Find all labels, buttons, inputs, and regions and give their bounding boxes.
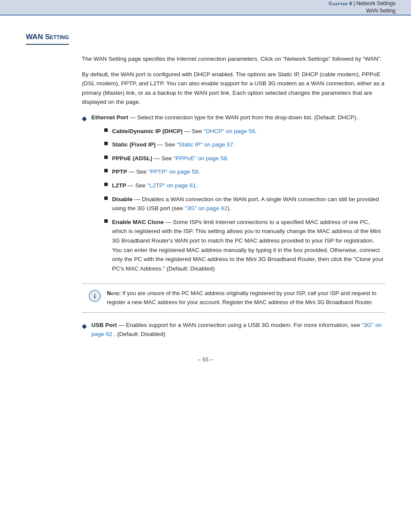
diamond-icon: ◆ — [82, 113, 87, 124]
link-static[interactable]: "Static IP" on page 57 — [177, 141, 233, 148]
sub-mac-clone-label: Enable MAC Clone — [112, 219, 164, 225]
square-icon-mac-clone — [104, 219, 108, 223]
bullet-ethernet-label: Ethernet Port — [91, 114, 128, 121]
sub-item-pppoe: PPPoE (ADSL) — See "PPPoE" on page 58. — [104, 154, 385, 163]
square-icon-pptp — [104, 169, 108, 172]
note-body: If you are unsure of the PC MAC address … — [107, 290, 377, 305]
square-icon-static — [104, 142, 108, 145]
square-icon-pppoe — [104, 156, 108, 159]
note-text: Note: If you are unsure of the PC MAC ad… — [107, 289, 378, 307]
link-disable-3g[interactable]: "3G" on page 62 — [185, 205, 227, 212]
sub-item-l2tp: L2TP — See "L2TP" on page 61. — [104, 181, 385, 190]
note-icon: i — [89, 290, 101, 302]
sub-mac-clone-text: Enable MAC Clone — Some ISPs limit Inter… — [112, 218, 385, 274]
sub-dhcp-label: Cable/Dynamic IP (DHCP) — [112, 128, 183, 134]
header-nav-line1: Network Settings — [356, 0, 395, 6]
chapter-label: Chapter 6 — [329, 1, 352, 6]
page-number: – 55 – — [26, 356, 385, 363]
note-label: Note: — [107, 290, 121, 296]
sub-item-static: Static (Fixed IP) — See "Static IP" on p… — [104, 140, 385, 149]
sub-static-label: Static (Fixed IP) — [112, 141, 156, 148]
sub-item-dhcp: Cable/Dynamic IP (DHCP) — See "DHCP" on … — [104, 127, 385, 136]
sub-bullet-list: Cable/Dynamic IP (DHCP) — See "DHCP" on … — [104, 127, 385, 274]
header-bar: Chapter 6 | Network Settings WAN Setting — [0, 0, 411, 16]
sub-disable-text: Disable — Disables a WAN connection on t… — [112, 195, 385, 213]
link-l2tp[interactable]: "L2TP" on page 61 — [147, 182, 196, 189]
main-bullet-list: ◆ Ethernet Port — Select the connection … — [82, 113, 385, 277]
sub-static-text: Static (Fixed IP) — See "Static IP" on p… — [112, 140, 385, 149]
sub-item-mac-clone: Enable MAC Clone — Some ISPs limit Inter… — [104, 218, 385, 274]
sub-dhcp-text: Cable/Dynamic IP (DHCP) — See "DHCP" on … — [112, 127, 385, 136]
sub-l2tp-label: L2TP — [112, 182, 126, 189]
bullet-item-ethernet: ◆ Ethernet Port — Select the connection … — [82, 113, 385, 277]
bullet-item-usb: ◆ USB Port — Enables support for a WAN c… — [82, 320, 385, 339]
bullet-ethernet-text: Ethernet Port — Select the connection ty… — [91, 113, 385, 277]
sub-item-disable: Disable — Disables a WAN connection on t… — [104, 195, 385, 213]
sub-disable-label: Disable — [112, 196, 133, 202]
body-para2: By default, the WAN port is configured w… — [82, 70, 385, 107]
sub-l2tp-text: L2TP — See "L2TP" on page 61. — [112, 181, 385, 190]
link-pptp[interactable]: "PPTP" on page 59 — [148, 168, 198, 175]
bullet-ethernet-desc: — Select the connection type for the WAN… — [130, 114, 358, 121]
link-pppoe[interactable]: "PPPoE" on page 58 — [174, 155, 227, 162]
header-nav-line2: WAN Setting — [329, 7, 395, 15]
square-icon-l2tp — [104, 183, 108, 186]
header-chapter: Chapter 6 | Network Settings WAN Setting — [329, 0, 395, 15]
diamond-icon-usb: ◆ — [82, 321, 87, 331]
note-box: i Note: If you are unsure of the PC MAC … — [82, 283, 385, 313]
body-para1: The WAN Setting page specifies the Inter… — [82, 54, 385, 64]
sub-pppoe-label: PPPoE (ADSL) — [112, 155, 153, 162]
bullet-usb-label: USB Port — [91, 322, 117, 328]
square-icon-dhcp — [104, 128, 108, 132]
bullet-usb-text: USB Port — Enables support for a WAN con… — [91, 320, 385, 339]
section-title: WAN Setting — [26, 33, 69, 45]
sub-pppoe-text: PPPoE (ADSL) — See "PPPoE" on page 58. — [112, 154, 385, 163]
body-text: The WAN Setting page specifies the Inter… — [82, 54, 385, 107]
sub-pptp-text: PPTP — See "PPTP" on page 59. — [112, 167, 385, 177]
usb-bullet-list: ◆ USB Port — Enables support for a WAN c… — [82, 320, 385, 339]
sub-pptp-label: PPTP — [112, 168, 127, 175]
page-content: WAN Setting The WAN Setting page specifi… — [0, 16, 411, 389]
sub-item-pptp: PPTP — See "PPTP" on page 59. — [104, 167, 385, 177]
square-icon-disable — [104, 196, 108, 200]
link-dhcp[interactable]: "DHCP" on page 56 — [204, 128, 255, 134]
